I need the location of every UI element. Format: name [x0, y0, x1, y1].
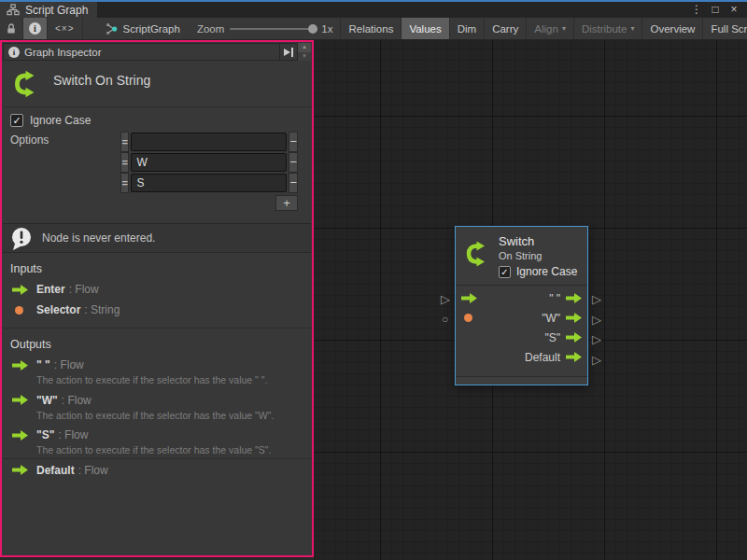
option-input[interactable] — [131, 133, 287, 151]
inspector-title: Graph Inspector — [24, 47, 101, 58]
inspector-toggle-button[interactable]: i — [23, 18, 48, 39]
flow-output-port-icon[interactable] — [566, 352, 582, 362]
dock-panel-button[interactable] — [280, 43, 298, 61]
ignore-case-label: Ignore Case — [30, 114, 91, 127]
zoom-slider[interactable] — [230, 28, 316, 30]
code-icon: <×> — [55, 23, 75, 34]
graph-tab-icon — [7, 4, 20, 16]
inspector-title-box: i Graph Inspector — [3, 43, 280, 61]
inspector-header: i Graph Inspector ▲ ▼ — [3, 43, 311, 61]
output-connector-icon[interactable]: ▷ — [592, 354, 601, 366]
inspector-controls: ✓ Ignore Case Options = − = − = − — [3, 108, 311, 222]
port-type: : Flow — [54, 358, 84, 371]
output-port-label: "S" — [544, 331, 560, 344]
remove-option-button[interactable]: − — [289, 132, 298, 152]
output-port-row: " " : Flow — [3, 351, 311, 371]
zoom-slider-handle[interactable] — [308, 24, 317, 34]
inspector-node-title: Switch On String — [53, 73, 150, 88]
output-port-label: Default — [525, 351, 560, 364]
remove-option-button[interactable]: − — [289, 152, 298, 173]
values-button[interactable]: Values — [402, 18, 449, 39]
relations-label: Relations — [348, 23, 393, 35]
graph-breadcrumb[interactable]: ScriptGraph — [96, 18, 190, 39]
option-input[interactable] — [131, 174, 287, 192]
tab-script-graph[interactable]: Script Graph — [0, 2, 97, 18]
flow-output-port-icon[interactable] — [566, 313, 582, 323]
info-icon: i — [29, 22, 41, 35]
flow-input-connector-icon[interactable]: ▷ — [441, 293, 450, 305]
value-input-connector-icon[interactable]: ○ — [442, 314, 448, 326]
input-port-row: Enter : Flow — [3, 275, 311, 296]
flow-output-port-icon[interactable] — [566, 332, 582, 343]
flow-output-port-icon[interactable] — [566, 293, 582, 303]
ignore-case-row: ✓ Ignore Case — [10, 114, 91, 127]
node-footer — [456, 376, 587, 385]
dim-button[interactable]: Dim — [450, 18, 485, 39]
carry-label: Carry — [492, 23, 518, 35]
flow-port-icon — [12, 395, 28, 405]
dim-label: Dim — [458, 23, 476, 35]
script-graph-icon — [106, 22, 119, 35]
ignore-case-checkbox[interactable]: ✓ — [499, 266, 511, 278]
drag-handle-icon[interactable]: = — [120, 132, 129, 152]
tab-strip: Script Graph ⋮ □ × — [0, 0, 747, 18]
option-row: = − — [120, 132, 298, 152]
port-name: "S" — [36, 428, 54, 441]
ignore-case-checkbox[interactable]: ✓ — [10, 114, 23, 127]
chevron-down-icon: ▾ — [562, 24, 566, 33]
graph-name: ScriptGraph — [123, 23, 180, 35]
port-description: The action to execute if the selector ha… — [3, 407, 311, 422]
output-port-label: "W" — [542, 312, 560, 325]
inputs-section: Inputs Enter : Flow Selector : String — [3, 254, 311, 329]
output-connector-icon[interactable]: ▷ — [592, 293, 601, 305]
input-port-row: Selector : String — [3, 296, 311, 316]
graph-canvas[interactable]: ▷ ○ ▷ ▷ ▷ ▷ Switch On String ✓ Ignore Ca… — [314, 40, 747, 560]
close-icon[interactable]: × — [726, 2, 741, 18]
selector-input-port-icon[interactable] — [464, 314, 472, 322]
flow-port-icon — [12, 360, 28, 371]
port-type: : Flow — [62, 394, 92, 407]
node-subtitle: On String — [499, 250, 542, 261]
scroll-up-icon[interactable]: ▲ — [298, 43, 311, 52]
drag-handle-icon[interactable]: = — [120, 152, 129, 173]
output-connector-icon[interactable]: ▷ — [592, 314, 601, 326]
node-port-row: "S" — [456, 328, 587, 347]
zoom-value: 1x — [321, 23, 332, 35]
output-port-row: Default : Flow — [3, 456, 311, 477]
relations-button[interactable]: Relations — [340, 18, 402, 39]
flow-port-icon — [12, 430, 28, 441]
port-description: The action to execute if the selector ha… — [3, 371, 311, 386]
switch-on-string-node[interactable]: Switch On String ✓ Ignore Case " " — [455, 226, 588, 385]
option-input[interactable] — [131, 153, 287, 172]
drag-handle-icon[interactable]: = — [120, 173, 129, 193]
fullscreen-button[interactable]: Full Screen — [703, 18, 747, 39]
lock-button[interactable] — [0, 18, 23, 39]
flow-input-port-icon[interactable] — [461, 293, 477, 303]
distribute-button[interactable]: Distribute ▾ — [574, 18, 643, 39]
outputs-heading: Outputs — [3, 329, 311, 351]
option-row: = − — [120, 173, 298, 193]
remove-option-button[interactable]: − — [289, 173, 298, 193]
graph-toolbar: i <×> ScriptGraph Zoom 1x Relations Valu… — [0, 18, 747, 40]
dock-right-icon — [283, 47, 294, 58]
overview-button[interactable]: Overview — [642, 18, 703, 39]
warning-bubble-icon — [10, 227, 33, 250]
output-connector-icon[interactable]: ▷ — [592, 333, 601, 345]
align-button[interactable]: Align ▾ — [527, 18, 574, 39]
menu-icon[interactable]: ⋮ — [689, 2, 704, 18]
values-label: Values — [409, 23, 441, 35]
node-header[interactable]: Switch On String ✓ Ignore Case — [456, 227, 587, 286]
inputs-heading: Inputs — [3, 254, 311, 275]
tab-title: Script Graph — [25, 4, 88, 17]
distribute-label: Distribute — [582, 23, 627, 35]
maximize-icon[interactable]: □ — [708, 2, 723, 18]
scroll-down-icon[interactable]: ▼ — [298, 52, 311, 62]
node-port-row: Default — [456, 347, 587, 367]
script-graph-window: Script Graph ⋮ □ × i <×> — [0, 0, 747, 560]
carry-button[interactable]: Carry — [485, 18, 527, 39]
port-name: "W" — [36, 394, 58, 407]
port-name: Default — [36, 464, 75, 477]
add-option-button[interactable]: + — [275, 195, 298, 211]
port-type: : Flow — [78, 464, 108, 477]
code-view-button[interactable]: <×> — [48, 18, 83, 39]
